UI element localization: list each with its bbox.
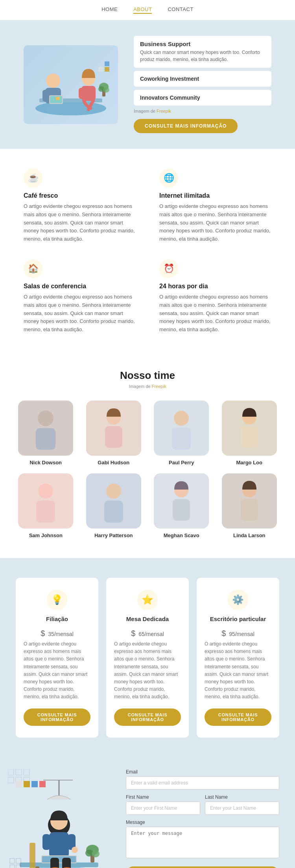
svg-rect-35 xyxy=(241,499,258,521)
team-photo-gabi xyxy=(86,401,141,456)
svg-rect-31 xyxy=(104,501,123,523)
contact-illustration-area xyxy=(0,757,118,868)
svg-rect-14 xyxy=(105,61,109,66)
pricing-section: 💡 Filiação $ 35/mensal O artigo evidente… xyxy=(0,558,295,758)
svg-rect-19 xyxy=(56,97,60,100)
svg-rect-38 xyxy=(24,769,30,775)
team-member-nick: Nick Dowson xyxy=(16,401,76,466)
contact-person-illustration xyxy=(8,780,110,868)
pricing-cta-escritorio[interactable]: CONSULTE MAIS INFORMAÇÃO xyxy=(205,708,271,726)
svg-rect-4 xyxy=(42,90,48,102)
team-member-linda: Linda Larson xyxy=(219,473,280,538)
team-photo-harry xyxy=(86,473,141,529)
navigation: HOME ABOUT CONTACT xyxy=(0,0,295,20)
mesa-icon: ⭐ xyxy=(137,590,158,610)
feature-desc-cafe: O artigo evidente chegou expresso aos ho… xyxy=(24,202,136,243)
team-freepik-link[interactable]: Freepik xyxy=(152,384,166,389)
svg-point-0 xyxy=(35,101,106,115)
nav-contact[interactable]: CONTACT xyxy=(168,6,193,14)
svg-rect-49 xyxy=(49,832,69,858)
email-input[interactable] xyxy=(126,776,279,790)
hero-cta-button[interactable]: CONSULTE MAIS INFORMAÇÃO xyxy=(134,119,238,133)
service-title-1: Business Support xyxy=(140,41,265,47)
svg-rect-56 xyxy=(62,858,71,868)
team-section: Nosso time Imagem de Freepik Nick Dowson… xyxy=(0,354,295,558)
service-business-support[interactable]: Business Support Quick can manor smart m… xyxy=(134,36,271,68)
svg-point-62 xyxy=(92,850,100,857)
team-photo-paul xyxy=(154,401,209,456)
conference-icon: 🏠 xyxy=(24,259,42,278)
svg-rect-23 xyxy=(105,426,122,448)
svg-point-2 xyxy=(46,74,60,88)
svg-point-20 xyxy=(38,410,53,426)
svg-rect-29 xyxy=(36,501,55,523)
svg-rect-36 xyxy=(8,769,14,775)
svg-point-18 xyxy=(103,87,109,93)
pricing-desc-filiacao: O artigo evidente chegou expresso aos ho… xyxy=(24,640,90,701)
feature-conference: 🏠 Salas de conferencia O artigo evidente… xyxy=(24,259,136,334)
team-member-meghan: Meghan Scavo xyxy=(151,473,212,538)
svg-rect-11 xyxy=(90,87,95,96)
team-name-harry: Harry Patterson xyxy=(84,532,144,538)
pricing-card-filiacao: 💡 Filiação $ 35/mensal O artigo evidente… xyxy=(16,578,98,738)
team-name-linda: Linda Larson xyxy=(219,532,280,538)
firstname-label: First Name xyxy=(126,794,200,800)
freepik-link[interactable]: Freepik xyxy=(157,109,171,113)
feature-title-conference: Salas de conferencia xyxy=(24,283,136,290)
hero-illustration xyxy=(24,45,118,124)
team-member-gabi: Gabi Hudson xyxy=(84,401,144,466)
pricing-price-escritorio: $ 95/mensal xyxy=(205,626,271,639)
email-label: Email xyxy=(126,769,279,775)
desk-illustration-svg xyxy=(28,47,114,122)
firstname-input[interactable] xyxy=(126,801,200,815)
pricing-title-filiacao: Filiação xyxy=(24,616,90,622)
nav-home[interactable]: HOME xyxy=(101,6,118,14)
pricing-cta-filiacao[interactable]: CONSULTE MAIS INFORMAÇÃO xyxy=(24,708,90,726)
pricing-card-mesa: ⭐ Mesa Dedicada $ 65/mensal O artigo evi… xyxy=(106,578,189,738)
svg-rect-27 xyxy=(241,426,258,448)
team-member-sam: Sam Johnson xyxy=(16,473,76,538)
cafe-icon: ☕ xyxy=(24,169,42,187)
svg-point-24 xyxy=(174,411,189,426)
service-coworking[interactable]: Coworking Investment xyxy=(134,71,271,87)
nav-about[interactable]: ABOUT xyxy=(133,6,152,14)
team-photo-meghan xyxy=(154,473,209,529)
svg-point-28 xyxy=(38,484,53,499)
lastname-input[interactable] xyxy=(205,801,279,815)
feature-desc-conference: O artigo evidente chegou expresso aos ho… xyxy=(24,293,136,334)
lastname-label: Last Name xyxy=(205,794,279,800)
pricing-price-filiacao: $ 35/mensal xyxy=(24,626,90,639)
internet-icon: 🌐 xyxy=(159,169,178,187)
svg-rect-37 xyxy=(16,769,22,775)
svg-rect-67 xyxy=(10,865,15,868)
team-member-paul: Paul Perry xyxy=(151,401,212,466)
contact-submit-button[interactable]: FAZER UMA RESERVA xyxy=(126,866,279,868)
pricing-desc-escritorio: O artigo evidente chegou expresso aos ho… xyxy=(205,640,271,701)
svg-rect-55 xyxy=(50,858,59,868)
service-title-2: Coworking Investment xyxy=(140,76,265,82)
svg-rect-44 xyxy=(35,866,39,868)
firstname-field-group: First Name xyxy=(126,794,200,815)
svg-rect-10 xyxy=(79,88,84,99)
team-photo-margo xyxy=(222,401,277,456)
message-field-group: Message xyxy=(126,820,279,859)
team-name-meghan: Meghan Scavo xyxy=(151,532,212,538)
service-innovators[interactable]: Innovators Community xyxy=(134,90,271,106)
team-name-nick: Nick Dowson xyxy=(16,460,76,466)
team-title: Nosso time xyxy=(16,369,279,382)
team-photo-nick xyxy=(18,401,73,456)
hero-freepik-credit: Imagem de Freepik xyxy=(134,109,271,113)
svg-point-52 xyxy=(72,847,78,853)
hero-section: Business Support Quick can manor smart m… xyxy=(0,20,295,149)
clock-icon: ⏰ xyxy=(159,259,178,278)
contact-section: Email First Name Last Name Message FAZER… xyxy=(0,757,295,868)
message-textarea[interactable] xyxy=(126,827,279,858)
team-member-harry: Harry Patterson xyxy=(84,473,144,538)
feature-desc-internet: O artigo evidente chegou expresso aos ho… xyxy=(159,202,271,243)
svg-rect-12 xyxy=(98,67,103,72)
feature-cafe: ☕ Café fresco O artigo evidente chegou e… xyxy=(24,169,136,243)
svg-point-30 xyxy=(106,484,121,499)
pricing-cta-mesa[interactable]: CONSULTE MAIS INFORMAÇÃO xyxy=(114,708,181,726)
escritorio-icon: ⚙️ xyxy=(228,590,248,610)
svg-rect-21 xyxy=(36,428,55,450)
